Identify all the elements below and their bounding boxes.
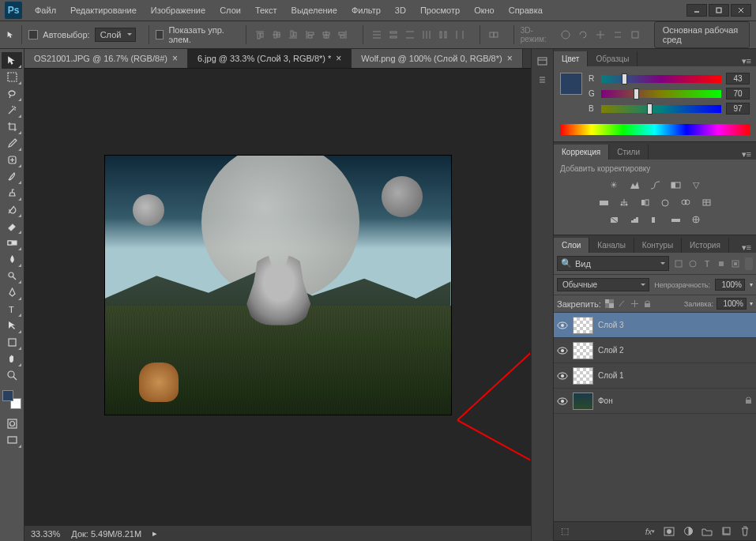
history-brush-tool[interactable] [2,201,22,218]
lock-position-icon[interactable] [630,299,641,310]
align-top-icon[interactable] [253,28,267,42]
hue-icon[interactable] [596,195,611,209]
tab-styles[interactable]: Стили [609,145,649,160]
magic-wand-tool[interactable] [2,102,22,118]
panel-menu-icon[interactable]: ▾≡ [737,242,756,253]
auto-select-checkbox[interactable] [28,30,38,39]
menu-layers[interactable]: Слои [213,2,247,18]
layer-thumbnail[interactable] [573,317,593,334]
3d-scale-icon[interactable] [629,28,641,42]
filter-shape-icon[interactable] [715,257,728,270]
selective-color-icon[interactable] [689,212,703,227]
tab-layers[interactable]: Слои [554,238,589,253]
curves-icon[interactable] [648,178,662,192]
canvas[interactable] [104,155,452,415]
g-slider[interactable] [601,90,721,98]
channel-mixer-icon[interactable] [679,195,693,209]
menu-view[interactable]: Просмотр [414,2,466,18]
spot-heal-tool[interactable] [2,152,22,168]
type-tool[interactable]: T [2,301,22,317]
3d-orbit-icon[interactable] [559,28,572,42]
filter-pixel-icon[interactable] [672,257,685,270]
gradient-tool[interactable] [2,235,22,251]
lasso-tool[interactable] [2,85,22,102]
dist-hcenter-icon[interactable] [436,28,450,42]
zoom-level[interactable]: 33.33% [31,529,60,539]
menu-edit[interactable]: Редактирование [64,2,143,18]
menu-file[interactable]: Файл [28,2,62,18]
tab-color[interactable]: Цвет [554,51,588,66]
menu-text[interactable]: Текст [249,2,284,18]
layer-row[interactable]: Слой 1 [554,363,756,389]
b-slider[interactable] [601,105,721,113]
tab-paths[interactable]: Контуры [634,238,682,253]
foreground-color-swatch[interactable] [2,390,13,401]
delete-layer-icon[interactable] [739,525,751,538]
adjustment-layer-icon[interactable] [682,525,694,538]
blend-mode-dropdown[interactable]: Обычные [557,278,649,291]
link-layers-icon[interactable]: ⬚ [559,525,571,538]
layer-fx-icon[interactable]: fx▾ [644,525,656,538]
close-icon[interactable]: × [507,53,513,64]
bw-icon[interactable] [638,195,652,209]
lock-all-icon[interactable] [642,299,653,310]
layer-row[interactable]: Слой 3 [554,313,756,338]
visibility-toggle[interactable] [557,320,568,331]
layer-filter-kind[interactable]: 🔍 Вид [557,256,669,271]
dist-bottom-icon[interactable] [403,28,417,42]
menu-window[interactable]: Окно [468,2,501,18]
history-panel-icon[interactable] [536,54,550,68]
filter-toggle[interactable] [745,257,753,270]
filter-adjust-icon[interactable] [686,257,699,270]
lock-transparency-icon[interactable] [604,299,615,310]
color-swatches[interactable] [2,390,21,409]
tab-swatches[interactable]: Образцы [588,51,638,66]
close-button[interactable] [731,4,751,17]
hand-tool[interactable] [2,351,22,367]
layer-name[interactable]: Слой 3 [598,321,624,329]
maximize-button[interactable] [709,4,729,17]
align-bottom-icon[interactable] [286,28,300,42]
g-value[interactable]: 70 [726,88,750,100]
3d-slide-icon[interactable] [611,28,624,42]
vibrance-icon[interactable]: ▽ [689,178,703,192]
menu-filter[interactable]: Фильтр [345,2,387,18]
doc-tab-0[interactable]: OS21001.JPG @ 16.7% (RGB/8#)× [24,49,188,68]
layer-row[interactable]: Фон [554,389,756,414]
tab-history[interactable]: История [682,238,729,253]
filter-smart-icon[interactable] [729,257,742,270]
fill-flyout-icon[interactable]: ▾ [750,300,753,307]
fill-input[interactable]: 100% [717,298,747,310]
color-preview[interactable] [560,73,582,95]
visibility-toggle[interactable] [557,396,568,407]
marquee-tool[interactable] [2,69,22,85]
crop-tool[interactable] [2,118,22,135]
blur-tool[interactable] [2,251,22,268]
show-transform-checkbox[interactable] [156,30,164,39]
layer-name[interactable]: Фон [598,396,613,405]
shape-tool[interactable] [2,334,22,351]
color-lookup-icon[interactable] [699,195,713,209]
workspace-switcher[interactable]: Основная рабочая сред [654,21,750,48]
zoom-tool[interactable] [2,367,22,384]
move-tool[interactable] [2,52,22,69]
align-hcenter-icon[interactable] [319,28,333,42]
layer-thumbnail[interactable] [573,393,593,410]
opacity-flyout-icon[interactable]: ▾ [750,281,753,288]
layer-row[interactable]: Слой 2 [554,338,756,363]
gradient-map-icon[interactable] [668,212,683,227]
status-menu-icon[interactable]: ▸ [152,528,157,539]
layer-mask-icon[interactable] [663,525,675,538]
clone-stamp-tool[interactable] [2,185,22,201]
r-slider[interactable] [601,75,721,83]
close-icon[interactable]: × [172,53,178,64]
color-balance-icon[interactable] [617,195,631,209]
menu-3d[interactable]: 3D [389,2,412,18]
close-icon[interactable]: × [336,53,341,64]
path-select-tool[interactable] [2,317,22,334]
dist-top-icon[interactable] [370,28,384,42]
threshold-icon[interactable] [648,212,662,227]
posterize-icon[interactable] [627,212,641,227]
menu-help[interactable]: Справка [502,2,549,18]
eyedropper-tool[interactable] [2,135,22,152]
